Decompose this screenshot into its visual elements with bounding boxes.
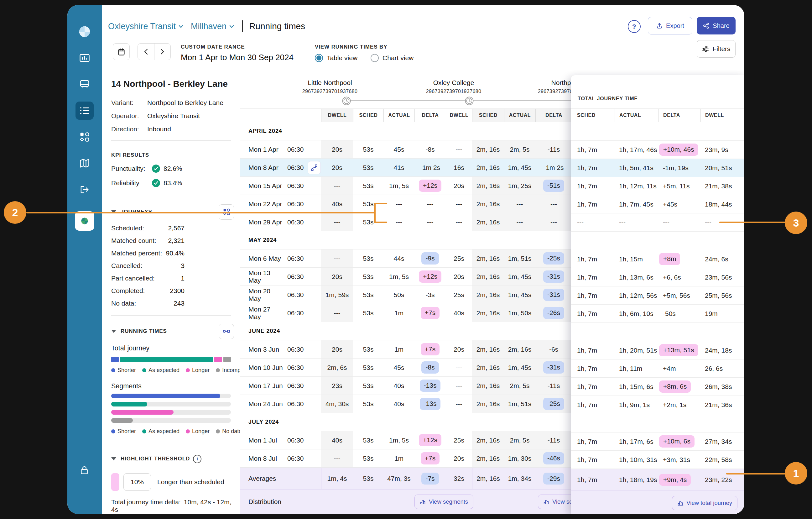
cell-delta: +7s <box>414 304 446 322</box>
table-view-label[interactable]: Table view <box>327 54 357 62</box>
sidebar-item-running-times[interactable] <box>76 102 94 120</box>
longer-threshold-input[interactable]: 10% <box>123 473 151 491</box>
table-row[interactable]: Mon 22 Apr06:3040s53s---------2m, 16s---… <box>240 195 572 213</box>
cell-actual: 2m, 5s <box>504 377 535 394</box>
table-row[interactable]: Mon 10 Jun06:302m, 6s53s45s-8s---2m, 16s… <box>240 358 572 377</box>
delta-chip: -9s <box>422 252 439 264</box>
table-row-total[interactable]: 1h, 7m1h, 17m, 46s+10m, 46s23m, 9s <box>571 141 744 159</box>
share-button[interactable]: Share <box>697 17 735 34</box>
delta-chip: -13s <box>420 398 441 410</box>
cell-dwell: --- <box>446 213 472 231</box>
table-row-total[interactable]: 1h, 7m1h, 17m, 6s+10m, 6s27m, 34s <box>571 433 744 451</box>
longer-swatch <box>111 473 119 491</box>
link-segments-button[interactable] <box>219 324 234 339</box>
delta-chip: -7s <box>422 473 439 485</box>
table-row[interactable]: Mon 15 Apr06:30---53s1m, 5s+12s20s2m, 16… <box>240 177 572 195</box>
table-row[interactable]: Mon 24 Jun06:304m, 30s53s40s-13s---2m, 1… <box>240 395 572 413</box>
table-row[interactable]: Mon 1 Apr06:3020s53s45s-8s---2m, 16s2m, … <box>240 140 572 159</box>
table-row-total[interactable]: 1h, 7m1h, 12m, 11s+5m, 11s21m, 38s <box>571 177 744 195</box>
cell-actual: 1m, 5s <box>383 177 414 195</box>
cell-departure-time: 06:30 <box>284 358 307 376</box>
table-row[interactable]: Mon 29 Apr06:30---53s---------2m, 16s---… <box>240 213 572 231</box>
table-row[interactable]: Mon 17 Jun06:3023s53s40s-13s---2m, 16s2m… <box>240 377 572 395</box>
table-row[interactable]: Mon 20 May06:301m, 59s53s50s-3s25s2m, 16… <box>240 286 572 304</box>
sidebar-item-vehicles[interactable] <box>76 75 94 93</box>
cell-actual: 1h, 10m, 31s <box>615 451 659 468</box>
legend-item: As expected <box>142 367 179 374</box>
table-row-total[interactable]: 1h, 7m1h, 10m, 31s+3m, 31s22m, 58s <box>571 451 744 469</box>
breadcrumb-region[interactable]: Millhaven <box>191 22 234 31</box>
cell-dwell: --- <box>321 213 353 231</box>
cell-sched: 2m, 16s <box>472 159 504 176</box>
cell-route-icon <box>307 159 321 176</box>
table-row-total[interactable]: 1h, 7m1h, 15m, 6s+8m, 6s26m, 38s <box>571 378 744 396</box>
sidebar-app-badge[interactable] <box>75 211 94 231</box>
table-view-radio[interactable] <box>315 54 323 62</box>
cell-sched: 1h, 7m <box>577 250 615 268</box>
table-row-total[interactable]: 1h, 7m1h, 6m, 10s-50s19m <box>571 305 744 323</box>
table-row-total[interactable]: 1h, 7m1h, 5m, 41s-1m, 19s20m, 51s <box>571 159 744 177</box>
cell-route-icon <box>307 340 321 358</box>
export-button[interactable]: Export <box>648 17 692 34</box>
journeys-stat-row: Completed:2300 <box>111 287 184 295</box>
table-row-total[interactable]: 1h, 7m1h, 7m, 45s+45s18m, 44s <box>571 195 744 213</box>
total-journey-heading: TOTAL JOURNEY TIME <box>578 96 638 102</box>
chart-view-radio[interactable] <box>371 54 379 62</box>
view-total-journey-button[interactable]: View total journey <box>672 496 737 510</box>
sidebar-item-dashboard[interactable] <box>76 49 94 67</box>
cell-departure-time: 06:30 <box>284 340 307 358</box>
table-row-total[interactable]: 1h, 7m1h, 13m, 6s+6, 6s23m, 56s <box>571 268 744 286</box>
cell-sched: 1h, 7m <box>577 433 615 450</box>
table-row-total[interactable]: 1h, 7m1h, 9m, 1s+2m, 1s21m, 36s <box>571 396 744 414</box>
cell-dwell: 20s <box>321 140 353 158</box>
table-row-total[interactable]: 1h, 7m1h, 12m, 56s+5m, 56s25m, 56s <box>571 286 744 305</box>
collapse-icon[interactable] <box>111 457 116 460</box>
annotation-line-2 <box>374 222 387 223</box>
sidebar-item-map[interactable] <box>76 154 94 172</box>
segments-label: Segments <box>111 382 234 390</box>
collapse-icon[interactable] <box>111 330 116 333</box>
table-row-total[interactable]: 1h, 7m1h, 11m+4m26, 6s <box>571 359 744 378</box>
filters-button[interactable]: Filters <box>697 40 735 58</box>
chart-view-label[interactable]: Chart view <box>382 54 413 62</box>
date-range-value[interactable]: Mon 1 Apr to Mon 30 Sep 2024 <box>181 53 293 62</box>
col-label-dwell: DWELL <box>321 109 353 122</box>
cell-sched: 1h, 7m <box>577 396 615 414</box>
view-segments-button[interactable]: View segments <box>414 495 473 509</box>
sidebar-item-segments[interactable] <box>76 128 94 146</box>
table-row[interactable]: Mon 8 Apr06:3020s53s41s-1m 2s16s2m, 16s1… <box>240 159 572 177</box>
distribution-label: Distribution <box>249 498 281 506</box>
table-row-total[interactable]: 1h, 7m1h, 20m, 51s+13m, 51s24m, 18s <box>571 341 744 359</box>
table-row-total[interactable]: 1h, 7m1h, 15m+8m24m, 6s <box>571 250 744 268</box>
journey-route-button[interactable] <box>308 161 321 174</box>
cell-dwell: 20s <box>446 268 472 285</box>
cell-delta: +7s <box>414 449 446 467</box>
table-row[interactable]: Mon 3 Jun06:3020s53s1m+7s20s2m, 16s2m, 1… <box>240 340 572 358</box>
cell-delta: --- <box>414 213 446 231</box>
info-icon[interactable]: i <box>193 455 201 463</box>
cell-dwell: --- <box>446 358 472 376</box>
cell-delta: +2m, 1s <box>659 396 700 414</box>
breadcrumb-operator[interactable]: Oxleyshire Transit <box>108 22 183 31</box>
calendar-button[interactable] <box>113 43 130 60</box>
next-button[interactable] <box>154 44 171 60</box>
help-button[interactable]: ? <box>628 20 641 33</box>
month-band: APRIL 2024 <box>240 122 572 140</box>
prev-button[interactable] <box>138 44 154 60</box>
cell-delta: -31s <box>535 358 572 376</box>
chevron-down-icon <box>229 25 234 28</box>
table-row[interactable]: Mon 6 May06:30---53s44s-9s25s2m, 16s1m, … <box>240 249 572 268</box>
table-row[interactable]: Mon 13 May06:3020s53s1m, 5s+12s20s2m, 16… <box>240 268 572 286</box>
table-row[interactable]: Mon 1 Jul06:3040s53s1m, 5s+12s25s2m, 16s… <box>240 431 572 449</box>
cell-delta: +10m, 46s <box>659 141 700 159</box>
sidebar-item-logout[interactable] <box>76 181 94 199</box>
cell-route-icon <box>307 286 321 304</box>
table-row-total[interactable]: ------------ <box>571 213 744 231</box>
cell-delta: -26s <box>535 304 572 322</box>
table-row[interactable]: Mon 8 Jul06:30---53s1m+7s20s2m, 16s1m, 3… <box>240 449 572 468</box>
col-label-sched: SCHED <box>472 109 504 122</box>
table-row[interactable]: Mon 27 May06:30---53s1m+7s40s2m, 16s1m, … <box>240 304 572 322</box>
cell-route-icon <box>307 395 321 413</box>
cell-dwell: 20s <box>321 159 353 176</box>
delta-chip: +8m, 6s <box>659 380 691 392</box>
